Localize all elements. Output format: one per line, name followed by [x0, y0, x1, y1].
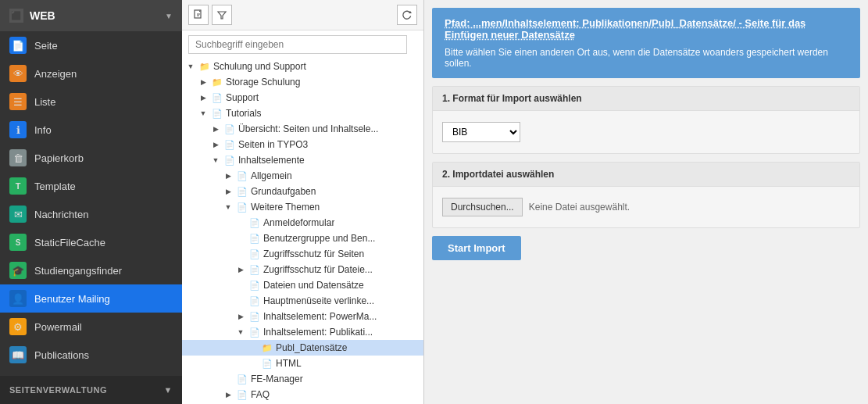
toggle-icon[interactable]: ▼ — [235, 328, 246, 336]
start-import-button[interactable]: Start Import — [432, 236, 521, 260]
tree-node-inhaltselemente[interactable]: ▼ 📄 Inhaltselemente — [182, 152, 423, 168]
tree-toolbar-filter-btn[interactable] — [212, 5, 232, 25]
format-select[interactable]: BIB RIS XML — [442, 122, 520, 142]
sidebar-item-info[interactable]: ℹ Info — [0, 116, 182, 144]
sidebar-item-label: Nachrichten — [34, 209, 88, 220]
sidebar-item-seite[interactable]: 📄 Seite — [0, 31, 182, 59]
sidebar-item-label: Template — [34, 181, 76, 192]
nachrichten-icon: ✉ — [9, 206, 27, 223]
tree-node-publ-datensaetze[interactable]: 📁 Publ_Datensätze — [182, 340, 423, 356]
tree-node-label: Publ_Datensätze — [276, 342, 347, 353]
sidebar: ⬛ WEB ▼ 📄 Seite 👁 Anzeigen ☰ Liste ℹ Inf… — [0, 0, 182, 404]
tree-node-support[interactable]: ▶ 📄 Support — [182, 90, 423, 105]
tree-node-benutzergruppe[interactable]: 📄 Benutzergruppe und Ben... — [182, 231, 423, 246]
page-icon: 📄 — [236, 201, 248, 213]
tree-content: ▼ 📁 Schulung und Support ▶ 📁 Storage Sch… — [182, 59, 423, 404]
tree-search-input[interactable] — [188, 35, 407, 54]
page-icon: 📄 — [248, 310, 261, 323]
page-icon: 📄 — [248, 295, 261, 307]
sidebar-item-publications[interactable]: 📖 Publications — [0, 341, 182, 369]
sidebar-collapse-icon[interactable]: ▼ — [165, 12, 173, 20]
tree-node-inhalt-power[interactable]: ▶ 📄 Inhaltselement: PowerMa... — [182, 309, 423, 324]
tree-node-label: Tutorials — [226, 108, 262, 119]
tree-node-storage[interactable]: ▶ 📁 Storage Schulung — [182, 74, 423, 90]
page-icon: 📄 — [223, 123, 236, 135]
tree-node-zugriffsschutz1[interactable]: 📄 Zugriffsschutz für Seiten — [182, 246, 423, 262]
tree-node-label: Storage Schulung — [226, 77, 300, 88]
tree-node-label: Schulung und Support — [213, 61, 306, 72]
tree-node-label: Benutzergruppe und Ben... — [263, 233, 375, 244]
page-icon: 📄 — [248, 279, 261, 291]
sidebar-item-studiengangsfinder[interactable]: 🎓 Studiengangsfinder — [0, 256, 182, 284]
page-icon: 📄 — [248, 232, 261, 245]
tree-node-faq[interactable]: ▶ 📄 FAQ — [182, 387, 423, 402]
path-link: ...men/Inhaltselement: Publikationen/Pub… — [473, 17, 736, 29]
section-label: SEITENVERWALTUNG — [9, 385, 107, 395]
new-page-icon — [193, 9, 204, 20]
sidebar-item-powermail[interactable]: ⚙ Powermail — [0, 313, 182, 341]
browse-button[interactable]: Durchsuchen... — [442, 198, 523, 216]
toggle-icon[interactable]: ▶ — [210, 125, 221, 133]
tree-node-anmelde[interactable]: 📄 Anmeldeformular — [182, 215, 423, 231]
tree-node-grundaufgaben[interactable]: ▶ 📄 Grundaufgaben — [182, 184, 423, 199]
sidebar-item-label: StaticFileCache — [34, 237, 105, 248]
tree-node-html-sub[interactable]: 📄 HTML — [182, 356, 423, 371]
powermail-icon: ⚙ — [9, 318, 27, 335]
sidebar-item-label: Powermail — [34, 321, 82, 333]
tree-panel: ▼ 📁 Schulung und Support ▶ 📁 Storage Sch… — [182, 0, 424, 404]
sidebar-item-papierkorb[interactable]: 🗑 Papierkorb — [0, 144, 182, 172]
format-section-body: BIB RIS XML — [433, 111, 859, 153]
sidebar-item-label: Info — [34, 124, 52, 136]
sidebar-item-staticfilecache[interactable]: S StaticFileCache — [0, 228, 182, 256]
sidebar-item-label: Papierkorb — [34, 152, 84, 164]
tree-node-label: HTML — [276, 358, 302, 369]
toggle-icon[interactable]: ▶ — [223, 391, 234, 399]
tree-node-inhalt-publi[interactable]: ▼ 📄 Inhaltselement: Publikati... — [182, 324, 423, 340]
toggle-icon[interactable]: ▶ — [198, 94, 209, 102]
toggle-icon[interactable]: ▼ — [198, 109, 209, 117]
sidebar-section-seitenverwaltung[interactable]: SEITENVERWALTUNG ▼ — [0, 376, 182, 404]
toggle-icon[interactable]: ▶ — [235, 313, 246, 320]
seite-icon: 📄 — [9, 37, 27, 54]
info-box: Pfad: ...men/Inhaltselement: Publikation… — [432, 8, 860, 78]
tree-node-zugriffsschutz2[interactable]: ▶ 📄 Zugriffsschutz für Dateie... — [182, 262, 423, 277]
tree-node-weitere-themen[interactable]: ▼ 📄 Weitere Themen — [182, 199, 423, 215]
tree-toolbar-new-btn[interactable] — [188, 5, 209, 25]
tree-node-fe-manager[interactable]: 📄 FE-Manager — [182, 371, 423, 387]
tree-toolbar-refresh-btn[interactable] — [397, 5, 417, 25]
tree-node-uebersicht[interactable]: ▶ 📄 Übersicht: Seiten und Inhaltsele... — [182, 121, 423, 137]
refresh-icon — [402, 9, 413, 20]
sidebar-item-benutzer-mailing[interactable]: 👤 Benutzer Mailing — [0, 284, 182, 313]
tree-node-label: Weitere Themen — [251, 202, 320, 213]
tree-node-label: FAQ — [251, 389, 270, 400]
toggle-icon[interactable]: ▶ — [223, 172, 234, 180]
section-arrow-icon: ▼ — [164, 385, 173, 395]
tree-node-tutorials[interactable]: ▼ 📄 Tutorials — [182, 105, 423, 121]
sidebar-item-nachrichten[interactable]: ✉ Nachrichten — [0, 200, 182, 228]
toggle-icon[interactable]: ▶ — [223, 188, 234, 195]
tree-node-allgemein[interactable]: ▶ 📄 Allgemein — [182, 168, 423, 184]
toggle-icon[interactable]: ▶ — [235, 266, 246, 274]
publications-icon: 📖 — [9, 346, 27, 363]
tree-node-label: Anmeldeformular — [263, 217, 334, 228]
toggle-icon[interactable]: ▼ — [185, 63, 196, 70]
sidebar-header-label: WEB — [30, 9, 55, 22]
page-icon: 📄 — [236, 373, 248, 385]
tree-node-seiten-typo3[interactable]: ▶ 📄 Seiten in TYPO3 — [182, 137, 423, 152]
sidebar-item-liste[interactable]: ☰ Liste — [0, 88, 182, 116]
tree-node-schulung[interactable]: ▼ 📁 Schulung und Support — [182, 59, 423, 74]
tree-node-hauptmenue[interactable]: 📄 Hauptmenüseite verlinke... — [182, 293, 423, 309]
toggle-icon[interactable]: ▶ — [210, 141, 221, 148]
folder-icon: 📁 — [211, 76, 223, 88]
toggle-icon[interactable]: ▼ — [223, 203, 234, 211]
tree-node-label: FE-Manager — [251, 374, 303, 384]
sidebar-item-label: Studiengangsfinder — [34, 265, 122, 277]
sidebar-header[interactable]: ⬛ WEB ▼ — [0, 0, 182, 31]
sidebar-item-anzeigen[interactable]: 👁 Anzeigen — [0, 59, 182, 88]
tree-node-dateien[interactable]: 📄 Dateien und Datensätze — [182, 277, 423, 293]
toggle-icon[interactable]: ▶ — [198, 78, 209, 86]
tree-node-label: Zugriffsschutz für Seiten — [263, 248, 364, 259]
sidebar-item-template[interactable]: T Template — [0, 172, 182, 200]
toggle-icon[interactable]: ▼ — [210, 156, 221, 164]
path-text: Pfad: ...men/Inhaltselement: Publikation… — [445, 17, 848, 41]
